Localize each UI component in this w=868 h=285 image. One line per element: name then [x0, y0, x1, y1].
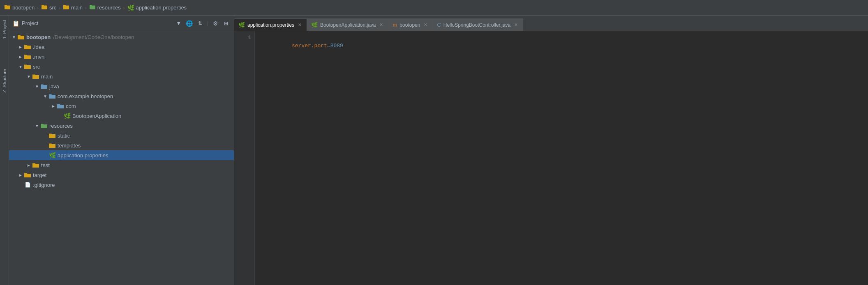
spring-icon-bootopen-app: 🌿 — [63, 113, 71, 119]
tab-close-appprops[interactable]: ✕ — [297, 22, 302, 28]
breadcrumb-main[interactable]: main — [63, 4, 83, 11]
arrow-target: ► — [17, 173, 24, 177]
breadcrumb-sep-2: › — [59, 5, 60, 10]
tab-label-appprops: application.properties — [247, 22, 294, 28]
tree-label-idea: .idea — [33, 44, 44, 50]
breadcrumb-src[interactable]: src — [41, 4, 56, 11]
folder-icon-com-example — [48, 93, 56, 99]
folder-icon-templates — [48, 142, 56, 149]
folder-icon-java — [40, 83, 48, 90]
tab-bootopen[interactable]: m bootopen ✕ — [389, 18, 433, 31]
tab-label-hello: HelloSpringBootController.java — [443, 22, 510, 28]
spring-icon-tab2: 🌿 — [311, 22, 318, 28]
tree-label-src: src — [33, 64, 40, 70]
spring-icon-tab1: 🌿 — [238, 22, 245, 28]
tree-item-root[interactable]: ▼ bootopen /Development/CodeOne/bootopen — [9, 32, 234, 42]
breadcrumb-bootopen[interactable]: bootopen — [4, 4, 35, 11]
tree-label-main: main — [41, 74, 53, 80]
breadcrumb-resources[interactable]: resources — [89, 4, 121, 11]
tree-item-main[interactable]: ▼ main — [9, 71, 234, 81]
tree-item-app-properties[interactable]: 🌿 application.properties — [9, 150, 234, 160]
folder-icon-resources — [40, 122, 48, 129]
tab-bootopen-app[interactable]: 🌿 BootopenApplication.java ✕ — [307, 18, 388, 31]
tree-label-target: target — [33, 172, 46, 178]
editor-tabs: 🌿 application.properties ✕ 🌿 BootopenApp… — [234, 16, 868, 31]
arrow-main: ▼ — [25, 74, 32, 79]
tree-label-resources: resources — [49, 123, 73, 129]
sidebar-strip: 1: Project Z: Structure — [0, 16, 9, 285]
tree-item-static[interactable]: static — [9, 131, 234, 140]
folder-icon-main — [32, 73, 39, 80]
breadcrumb-app-properties[interactable]: 🌿 application.properties — [127, 5, 187, 11]
sidebar-strip-structure[interactable]: Z: Structure — [1, 67, 8, 95]
arrow-com: ► — [50, 104, 57, 108]
tab-hello-controller[interactable]: C HelloSpringBootController.java ✕ — [433, 18, 523, 31]
tree-item-gitignore[interactable]: 📄 .gitignore — [9, 180, 234, 190]
tree-item-com[interactable]: ► com — [9, 101, 234, 111]
folder-icon-resources — [89, 4, 96, 11]
tree-label-com-example: com.example.bootopen — [58, 93, 113, 99]
tab-close-bootopen[interactable]: ✕ — [422, 22, 428, 28]
tree-item-resources[interactable]: ▼ resources — [9, 121, 234, 131]
maven-icon-tab3: m — [393, 22, 397, 28]
tree-item-bootopen-app[interactable]: 🌿 BootopenApplication — [9, 111, 234, 121]
toolbar-sync-icon[interactable]: ⇅ — [196, 19, 205, 28]
tree-item-com-example[interactable]: ▼ com.example.bootopen — [9, 91, 234, 101]
breadcrumb-label: bootopen — [12, 5, 35, 11]
tab-label-bootopenapp: BootopenApplication.java — [320, 22, 376, 28]
breadcrumb-label-main: main — [71, 5, 83, 11]
code-editor: 1 server.port=8089 — [234, 31, 868, 285]
code-value-8089: 8089 — [330, 43, 343, 49]
arrow-resources: ▼ — [34, 124, 40, 128]
spring-icon-breadcrumb: 🌿 — [127, 5, 134, 11]
tree-path-root: /Development/CodeOne/bootopen — [53, 34, 134, 40]
line-number-1: 1 — [234, 34, 251, 42]
tree-label-bootopen-app: BootopenApplication — [72, 113, 121, 119]
spring-icon-app-properties: 🌿 — [48, 152, 56, 159]
breadcrumb-label-appprops: application.properties — [136, 5, 187, 11]
folder-icon — [4, 4, 11, 11]
tree-label-gitignore: .gitignore — [33, 182, 55, 188]
folder-icon-static — [48, 132, 56, 139]
tree-item-src[interactable]: ▼ src — [9, 62, 234, 71]
folder-icon-target — [24, 172, 31, 178]
sidebar-strip-project[interactable]: 1: Project — [1, 17, 8, 41]
arrow-src: ▼ — [17, 64, 24, 69]
folder-icon-src — [41, 4, 48, 11]
folder-icon-idea — [24, 44, 31, 50]
project-panel-header: 📋 Project ▼ 🌐 ⇅ | ⚙ ⊞ — [9, 16, 234, 31]
breadcrumb-label-src: src — [49, 5, 56, 11]
tree-label-java: java — [49, 83, 59, 90]
project-panel-icon: 📋 — [12, 20, 19, 27]
project-panel: 📋 Project ▼ 🌐 ⇅ | ⚙ ⊞ ▼ booto — [9, 16, 234, 285]
breadcrumb-sep-3: › — [85, 5, 87, 10]
tab-close-hello[interactable]: ✕ — [513, 22, 519, 28]
folder-icon-test — [32, 162, 39, 168]
tree-item-idea[interactable]: ► .idea — [9, 42, 234, 52]
tree-item-templates[interactable]: templates — [9, 140, 234, 150]
file-icon-gitignore: 📄 — [24, 182, 31, 188]
folder-icon-src — [24, 63, 31, 70]
code-content[interactable]: server.port=8089 — [255, 31, 868, 285]
project-panel-title: Project — [22, 20, 173, 26]
title-bar: bootopen › src › main › resources › 🌿 ap… — [0, 0, 868, 16]
tree-label-app-properties: application.properties — [58, 152, 108, 159]
tree-label-root: bootopen — [26, 34, 51, 40]
tab-close-bootopenapp[interactable]: ✕ — [379, 22, 384, 28]
tree-item-test[interactable]: ► test — [9, 160, 234, 170]
folder-icon-root — [17, 34, 25, 40]
tab-application-properties[interactable]: 🌿 application.properties ✕ — [234, 18, 307, 31]
toolbar-layout-icon[interactable]: ⊞ — [222, 19, 231, 28]
tree-item-mvn[interactable]: ► .mvn — [9, 52, 234, 62]
tree-item-target[interactable]: ► target — [9, 170, 234, 180]
folder-icon-mvn — [24, 53, 31, 60]
panel-toolbar: 🌐 ⇅ | ⚙ ⊞ — [185, 19, 231, 28]
editor-area: 🌿 application.properties ✕ 🌿 BootopenApp… — [234, 16, 868, 285]
tree-item-java[interactable]: ▼ java — [9, 81, 234, 91]
tree-label-templates: templates — [58, 142, 81, 149]
arrow-root: ▼ — [11, 35, 17, 39]
toolbar-gear-icon[interactable]: ⚙ — [211, 19, 220, 28]
toolbar-globe-icon[interactable]: 🌐 — [185, 19, 194, 28]
panel-dropdown-button[interactable]: ▼ — [175, 19, 182, 28]
file-tree: ▼ bootopen /Development/CodeOne/bootopen… — [9, 31, 234, 285]
